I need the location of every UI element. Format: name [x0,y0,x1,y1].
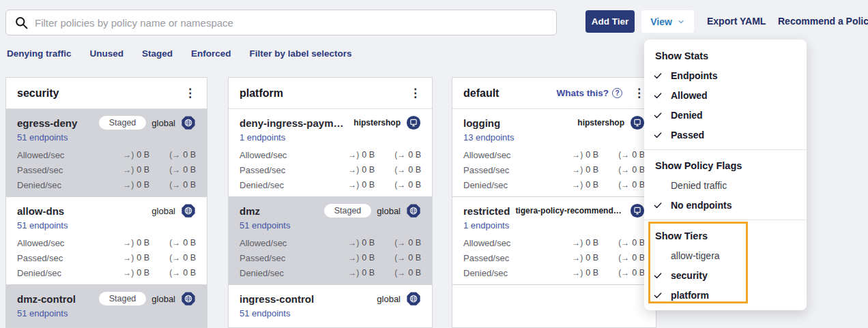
filter-enforced[interactable]: Enforced [191,48,231,59]
add-tier-button[interactable]: Add Tier [585,10,635,33]
stat-in-value: 0 B [585,253,598,263]
policy-name[interactable]: allow-dns [17,205,146,217]
ingress-icon [123,166,134,174]
policy-name[interactable]: ingress-control [240,293,371,305]
whats-this-link[interactable]: Whats this? ? [557,88,623,98]
policy-card-logging[interactable]: logging hipstershop 13 endpoints Allowed… [452,109,656,197]
endpoints-link[interactable]: 1 endpoints [240,132,421,145]
menu-item-security[interactable]: security [644,265,807,285]
policy-name[interactable]: dmz [240,205,319,217]
endpoints-link[interactable]: 51 endpoints [17,220,196,233]
menu-item-denied-traffic[interactable]: Denied traffic [644,175,807,195]
tier-title: security [17,87,180,100]
policy-card-dmz[interactable]: dmz Staged global 51 endpoints Allowed/s… [229,197,432,285]
stat-in-value: 0 B [362,180,375,190]
stat-row: Allowed/sec 0 B 0 B [240,147,421,162]
policy-name[interactable]: logging [463,117,572,129]
policy-search-bar[interactable] [5,10,557,35]
stat-row: Denied/sec 0 B 0 B [463,265,645,280]
policy-name[interactable]: deny-ingress-paymentservi... [240,117,348,129]
stat-label: Denied/sec [463,180,560,190]
stat-in-value: 0 B [136,150,149,160]
tier-title: platform [240,87,405,100]
stat-label: Passed/sec [17,253,111,263]
policy-name[interactable]: egress-deny [17,117,93,129]
endpoints-link[interactable]: 1 endpoints [463,220,645,233]
stat-in-value: 0 B [136,238,149,248]
menu-item-passed[interactable]: Passed [644,125,807,145]
menu-item-denied[interactable]: Denied [644,105,807,125]
global-scope-icon [181,203,196,218]
ingress-icon [348,239,359,247]
policy-card-egress-deny[interactable]: egress-deny Staged global 51 endpoints A… [6,109,207,197]
ingress-icon [123,151,134,159]
egress-icon [394,181,405,189]
policy-scope: global [151,118,175,128]
menu-item-platform[interactable]: platform [644,285,807,305]
policy-scope: global [151,294,175,304]
global-scope-icon [406,203,421,218]
endpoints-link[interactable]: 51 endpoints [240,308,421,320]
egress-icon [618,269,629,277]
egress-icon [169,239,180,247]
tier-header: default Whats this? ? ⋮ [452,78,656,109]
ingress-icon [572,254,583,262]
help-circle-icon: ? [612,88,622,98]
kebab-menu-icon[interactable]: ⋮ [180,87,200,99]
tier-column-security: security ⋮ egress-deny Staged global 51 … [5,77,207,328]
stat-label: Denied/sec [463,268,560,278]
export-yaml-link[interactable]: Export YAML [707,16,766,27]
policy-name[interactable]: dmz-control [17,293,93,305]
endpoints-link[interactable]: 51 endpoints [17,308,196,320]
stat-label: Allowed/sec [463,150,560,160]
stat-in-value: 0 B [585,238,598,248]
stat-out-value: 0 B [183,268,196,278]
stat-in-value: 0 B [136,165,149,175]
policy-card-ingress-control[interactable]: ingress-control global 51 endpoints [229,285,432,328]
filter-denying-traffic[interactable]: Denying traffic [7,48,72,59]
stat-out-value: 0 B [408,165,421,175]
stat-label: Passed/sec [463,253,560,263]
view-button[interactable]: View [641,10,694,33]
egress-icon [169,151,180,159]
egress-icon [618,181,629,189]
stat-out-value: 0 B [632,165,645,175]
ingress-icon [348,181,359,189]
egress-icon [618,166,629,174]
stat-label: Allowed/sec [240,150,336,160]
menu-section-title: Show Tiers [644,225,807,245]
policy-namespace: tigera-policy-recommendation [515,206,624,215]
staged-badge: Staged [324,204,372,218]
kebab-menu-icon[interactable]: ⋮ [405,87,425,99]
egress-icon [169,181,180,189]
endpoints-link[interactable]: 51 endpoints [17,132,196,145]
ingress-icon [572,181,583,189]
menu-item-allowed[interactable]: Allowed [644,85,807,105]
stat-out-value: 0 B [408,180,421,190]
menu-divider [644,149,807,150]
endpoints-link[interactable]: 13 endpoints [463,132,645,145]
egress-icon [618,254,629,262]
recommend-policy-link[interactable]: Recommend a Policy [778,16,868,27]
stat-in-value: 0 B [136,253,149,263]
search-input[interactable] [35,17,548,29]
policy-card-deny-ingress-paymentservice[interactable]: deny-ingress-paymentservi... hipstershop… [229,109,432,197]
ingress-icon [572,166,583,174]
policy-card-restricted[interactable]: restricted tigera-policy-recommendation … [452,197,656,285]
stat-label: Allowed/sec [17,238,111,248]
policy-card-dmz-control[interactable]: dmz-control Staged global 51 endpoints [6,285,207,328]
filter-unused[interactable]: Unused [90,48,124,59]
policy-card-allow-dns[interactable]: allow-dns global 51 endpoints Allowed/se… [6,197,207,285]
filter-label-selectors[interactable]: Filter by label selectors [250,48,352,59]
menu-item-allow-tigera[interactable]: allow-tigera [644,245,807,265]
endpoints-link[interactable]: 51 endpoints [240,220,421,233]
stat-in-value: 0 B [585,150,598,160]
stat-label: Passed/sec [240,253,336,263]
menu-item-no-endpoints[interactable]: No endpoints [644,195,807,215]
global-scope-icon [181,291,196,306]
egress-icon [169,254,180,262]
menu-section-title: Show Policy Flags [644,155,807,175]
policy-name[interactable]: restricted [463,205,510,217]
menu-item-endpoints[interactable]: Endpoints [644,65,807,85]
filter-staged[interactable]: Staged [142,48,173,59]
